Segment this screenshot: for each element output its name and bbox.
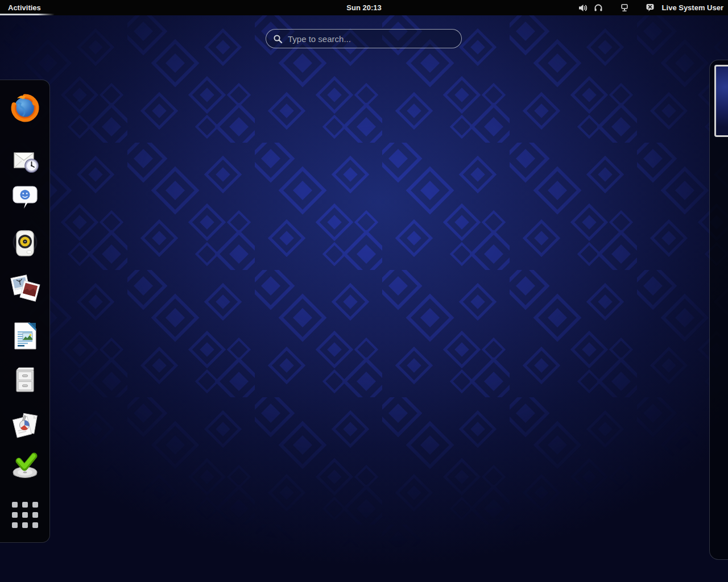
evolution-mail-icon <box>9 144 41 176</box>
dash <box>0 80 50 543</box>
dash-item-files[interactable] <box>9 364 41 396</box>
empathy-chat-icon <box>9 182 41 214</box>
headphones-icon[interactable] <box>593 2 604 14</box>
rhythmbox-music-icon <box>9 227 41 259</box>
search-bar[interactable] <box>266 29 462 48</box>
dash-item-documents[interactable] <box>9 410 41 442</box>
user-menu[interactable]: Live System User <box>662 3 723 12</box>
shotwell-photos-icon <box>9 273 41 305</box>
desktop-wallpaper <box>0 15 728 582</box>
top-bar: Activities Sun 20:13 <box>0 0 728 15</box>
clock-label[interactable]: Sun 20:13 <box>346 3 381 12</box>
dash-item-empathy-chat[interactable] <box>9 182 41 214</box>
network-icon[interactable] <box>619 2 630 14</box>
dash-item-firefox[interactable] <box>9 92 41 123</box>
firefox-icon <box>9 92 41 123</box>
install-to-disk-icon <box>9 451 41 483</box>
libreoffice-writer-icon <box>9 320 41 352</box>
workspace-selector[interactable] <box>709 60 728 560</box>
dash-item-shotwell-photos[interactable] <box>9 273 41 305</box>
show-applications-button[interactable] <box>12 502 38 528</box>
search-icon <box>273 34 283 44</box>
activities-button[interactable]: Activities <box>0 0 49 15</box>
volume-icon[interactable] <box>578 2 589 14</box>
system-tray: Live System User <box>578 0 723 15</box>
search-input[interactable] <box>288 34 454 44</box>
wallpaper-pattern <box>0 15 728 582</box>
dash-item-libreoffice-writer[interactable] <box>9 320 41 352</box>
activities-active-underline <box>0 14 55 15</box>
dash-item-evolution-mail[interactable] <box>9 144 41 176</box>
dash-item-install-to-disk[interactable] <box>9 451 41 483</box>
activities-label: Activities <box>8 3 41 12</box>
documents-icon <box>9 410 41 442</box>
workspace-thumbnail[interactable] <box>714 65 728 137</box>
chat-status-offline-icon[interactable] <box>645 2 656 14</box>
files-icon <box>9 364 41 396</box>
dash-item-rhythmbox-music[interactable] <box>9 227 41 259</box>
